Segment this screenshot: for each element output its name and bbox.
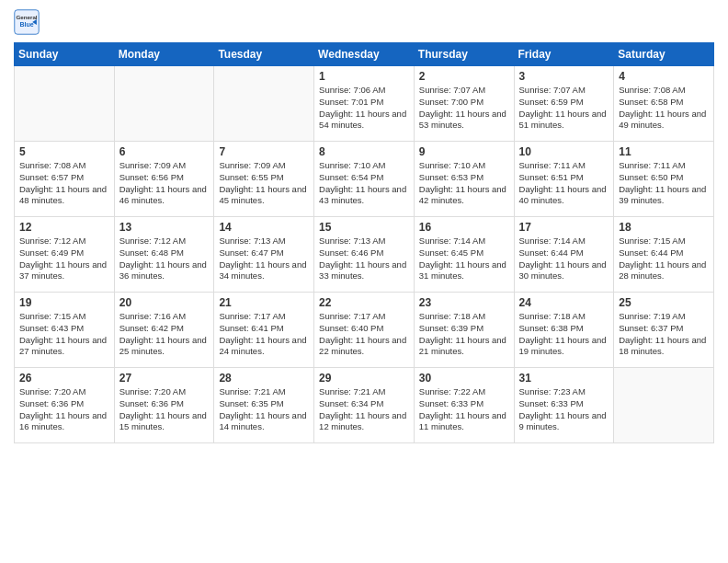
day-number: 18 [619, 221, 709, 234]
weekday-header-friday: Friday [514, 43, 614, 66]
logo-icon: General Blue [14, 9, 40, 35]
calendar-cell [15, 66, 115, 142]
day-info: Sunrise: 7:20 AM Sunset: 6:36 PM Dayligh… [119, 386, 210, 433]
calendar-cell: 17Sunrise: 7:14 AM Sunset: 6:44 PM Dayli… [514, 217, 614, 293]
calendar-cell: 10Sunrise: 7:11 AM Sunset: 6:51 PM Dayli… [514, 142, 614, 217]
calendar-cell: 15Sunrise: 7:13 AM Sunset: 6:46 PM Dayli… [314, 217, 415, 293]
day-info: Sunrise: 7:07 AM Sunset: 7:00 PM Dayligh… [419, 85, 509, 132]
day-info: Sunrise: 7:10 AM Sunset: 6:54 PM Dayligh… [319, 160, 409, 207]
calendar-cell: 5Sunrise: 7:08 AM Sunset: 6:57 PM Daylig… [15, 142, 115, 217]
calendar-cell: 7Sunrise: 7:09 AM Sunset: 6:55 PM Daylig… [214, 142, 314, 217]
weekday-header-sunday: Sunday [15, 43, 115, 66]
day-number: 1 [319, 70, 409, 83]
calendar-cell: 30Sunrise: 7:22 AM Sunset: 6:33 PM Dayli… [414, 368, 514, 443]
day-info: Sunrise: 7:09 AM Sunset: 6:55 PM Dayligh… [219, 160, 309, 207]
calendar-cell: 25Sunrise: 7:19 AM Sunset: 6:37 PM Dayli… [614, 293, 714, 368]
calendar-cell: 26Sunrise: 7:20 AM Sunset: 6:36 PM Dayli… [15, 368, 115, 443]
day-info: Sunrise: 7:06 AM Sunset: 7:01 PM Dayligh… [319, 85, 409, 132]
calendar-cell [614, 368, 714, 443]
page: General Blue SundayMondayTuesdayWednesda… [0, 0, 728, 563]
day-info: Sunrise: 7:15 AM Sunset: 6:43 PM Dayligh… [19, 311, 109, 358]
day-info: Sunrise: 7:18 AM Sunset: 6:39 PM Dayligh… [419, 311, 509, 358]
calendar-cell: 14Sunrise: 7:13 AM Sunset: 6:47 PM Dayli… [214, 217, 314, 293]
svg-text:General: General [16, 14, 37, 20]
day-number: 2 [419, 70, 509, 83]
calendar-cell: 24Sunrise: 7:18 AM Sunset: 6:38 PM Dayli… [514, 293, 614, 368]
day-number: 7 [219, 145, 309, 158]
header: General Blue [14, 9, 714, 35]
day-number: 10 [519, 145, 609, 158]
day-number: 25 [619, 296, 709, 309]
week-row-0: 1Sunrise: 7:06 AM Sunset: 7:01 PM Daylig… [15, 66, 714, 142]
day-number: 6 [119, 145, 210, 158]
day-number: 13 [119, 221, 210, 234]
calendar-cell: 1Sunrise: 7:06 AM Sunset: 7:01 PM Daylig… [314, 66, 415, 142]
day-info: Sunrise: 7:19 AM Sunset: 6:37 PM Dayligh… [619, 311, 709, 358]
day-number: 16 [419, 221, 509, 234]
day-info: Sunrise: 7:22 AM Sunset: 6:33 PM Dayligh… [419, 386, 509, 433]
calendar-cell: 12Sunrise: 7:12 AM Sunset: 6:49 PM Dayli… [15, 217, 115, 293]
day-info: Sunrise: 7:13 AM Sunset: 6:46 PM Dayligh… [319, 236, 409, 282]
calendar-cell: 23Sunrise: 7:18 AM Sunset: 6:39 PM Dayli… [414, 293, 514, 368]
day-info: Sunrise: 7:11 AM Sunset: 6:50 PM Dayligh… [619, 160, 709, 207]
day-info: Sunrise: 7:14 AM Sunset: 6:44 PM Dayligh… [519, 236, 609, 282]
week-row-3: 19Sunrise: 7:15 AM Sunset: 6:43 PM Dayli… [15, 293, 714, 368]
calendar-cell: 8Sunrise: 7:10 AM Sunset: 6:54 PM Daylig… [314, 142, 415, 217]
day-info: Sunrise: 7:08 AM Sunset: 6:58 PM Dayligh… [619, 85, 709, 132]
day-info: Sunrise: 7:14 AM Sunset: 6:45 PM Dayligh… [419, 236, 509, 282]
day-info: Sunrise: 7:07 AM Sunset: 6:59 PM Dayligh… [519, 85, 609, 132]
day-info: Sunrise: 7:13 AM Sunset: 6:47 PM Dayligh… [219, 236, 309, 282]
logo: General Blue [14, 9, 43, 35]
calendar-cell: 4Sunrise: 7:08 AM Sunset: 6:58 PM Daylig… [614, 66, 714, 142]
day-info: Sunrise: 7:10 AM Sunset: 6:53 PM Dayligh… [419, 160, 509, 207]
week-row-4: 26Sunrise: 7:20 AM Sunset: 6:36 PM Dayli… [15, 368, 714, 443]
day-info: Sunrise: 7:20 AM Sunset: 6:36 PM Dayligh… [19, 386, 109, 433]
calendar-cell [114, 66, 214, 142]
day-number: 8 [319, 145, 409, 158]
day-number: 12 [19, 221, 109, 234]
weekday-header-tuesday: Tuesday [214, 43, 314, 66]
calendar-cell: 18Sunrise: 7:15 AM Sunset: 6:44 PM Dayli… [614, 217, 714, 293]
week-row-1: 5Sunrise: 7:08 AM Sunset: 6:57 PM Daylig… [15, 142, 714, 217]
day-number: 20 [119, 296, 210, 309]
day-info: Sunrise: 7:21 AM Sunset: 6:34 PM Dayligh… [319, 386, 409, 433]
calendar-cell: 29Sunrise: 7:21 AM Sunset: 6:34 PM Dayli… [314, 368, 415, 443]
calendar-cell: 11Sunrise: 7:11 AM Sunset: 6:50 PM Dayli… [614, 142, 714, 217]
svg-text:Blue: Blue [19, 21, 33, 28]
weekday-header-thursday: Thursday [414, 43, 514, 66]
day-number: 23 [419, 296, 509, 309]
day-number: 30 [419, 372, 509, 385]
calendar-cell: 27Sunrise: 7:20 AM Sunset: 6:36 PM Dayli… [114, 368, 214, 443]
calendar-cell: 6Sunrise: 7:09 AM Sunset: 6:56 PM Daylig… [114, 142, 214, 217]
calendar-cell: 22Sunrise: 7:17 AM Sunset: 6:40 PM Dayli… [314, 293, 415, 368]
day-number: 11 [619, 145, 709, 158]
calendar-cell [214, 66, 314, 142]
day-number: 21 [219, 296, 309, 309]
calendar-cell: 31Sunrise: 7:23 AM Sunset: 6:33 PM Dayli… [514, 368, 614, 443]
day-info: Sunrise: 7:21 AM Sunset: 6:35 PM Dayligh… [219, 386, 309, 433]
day-info: Sunrise: 7:08 AM Sunset: 6:57 PM Dayligh… [19, 160, 109, 207]
calendar-cell: 20Sunrise: 7:16 AM Sunset: 6:42 PM Dayli… [114, 293, 214, 368]
day-info: Sunrise: 7:12 AM Sunset: 6:48 PM Dayligh… [119, 236, 210, 282]
day-info: Sunrise: 7:18 AM Sunset: 6:38 PM Dayligh… [519, 311, 609, 358]
day-info: Sunrise: 7:17 AM Sunset: 6:40 PM Dayligh… [319, 311, 409, 358]
calendar-cell: 28Sunrise: 7:21 AM Sunset: 6:35 PM Dayli… [214, 368, 314, 443]
day-info: Sunrise: 7:23 AM Sunset: 6:33 PM Dayligh… [519, 386, 609, 433]
calendar-cell: 2Sunrise: 7:07 AM Sunset: 7:00 PM Daylig… [414, 66, 514, 142]
weekday-header-saturday: Saturday [614, 43, 714, 66]
day-number: 17 [519, 221, 609, 234]
day-info: Sunrise: 7:09 AM Sunset: 6:56 PM Dayligh… [119, 160, 210, 207]
day-number: 4 [619, 70, 709, 83]
day-number: 3 [519, 70, 609, 83]
day-number: 14 [219, 221, 309, 234]
day-number: 22 [319, 296, 409, 309]
weekday-header-monday: Monday [114, 43, 214, 66]
day-number: 24 [519, 296, 609, 309]
calendar-cell: 9Sunrise: 7:10 AM Sunset: 6:53 PM Daylig… [414, 142, 514, 217]
week-row-2: 12Sunrise: 7:12 AM Sunset: 6:49 PM Dayli… [15, 217, 714, 293]
day-info: Sunrise: 7:12 AM Sunset: 6:49 PM Dayligh… [19, 236, 109, 282]
calendar-cell: 16Sunrise: 7:14 AM Sunset: 6:45 PM Dayli… [414, 217, 514, 293]
weekday-header-row: SundayMondayTuesdayWednesdayThursdayFrid… [15, 43, 714, 66]
day-number: 27 [119, 372, 210, 385]
day-number: 29 [319, 372, 409, 385]
